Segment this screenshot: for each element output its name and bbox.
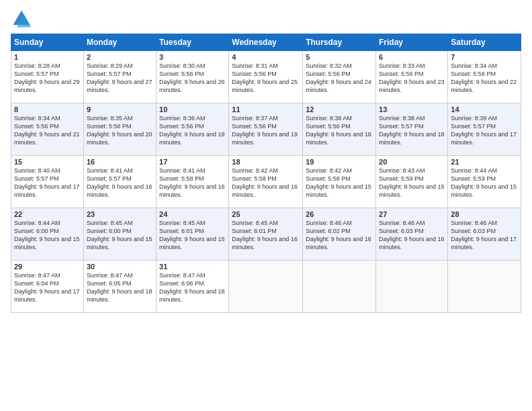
day-info: Sunrise: 8:40 AMSunset: 5:57 PMDaylight:… [14, 167, 80, 198]
day-info: Sunrise: 8:29 AMSunset: 5:57 PMDaylight:… [87, 62, 152, 93]
day-number: 5 [306, 53, 373, 61]
calendar-cell [376, 261, 448, 313]
calendar-cell: 16Sunrise: 8:41 AMSunset: 5:57 PMDayligh… [83, 156, 156, 208]
day-number: 19 [306, 158, 373, 166]
calendar-cell: 30Sunrise: 8:47 AMSunset: 6:05 PMDayligh… [83, 261, 156, 313]
day-info: Sunrise: 8:42 AMSunset: 5:58 PMDaylight:… [232, 167, 298, 198]
day-info: Sunrise: 8:42 AMSunset: 5:58 PMDaylight:… [306, 167, 371, 198]
page: SundayMondayTuesdayWednesdayThursdayFrid… [0, 0, 532, 411]
day-number: 26 [306, 210, 373, 218]
day-number: 24 [159, 210, 226, 218]
calendar-cell: 7Sunrise: 8:34 AMSunset: 5:56 PMDaylight… [448, 51, 521, 103]
calendar-cell: 25Sunrise: 8:45 AMSunset: 6:01 PMDayligh… [229, 208, 303, 261]
day-info: Sunrise: 8:47 AMSunset: 6:05 PMDaylight:… [87, 272, 152, 303]
calendar-cell: 10Sunrise: 8:36 AMSunset: 5:56 PMDayligh… [157, 103, 229, 156]
day-info: Sunrise: 8:38 AMSunset: 5:57 PMDaylight:… [379, 115, 445, 146]
day-info: Sunrise: 8:45 AMSunset: 6:00 PMDaylight:… [87, 220, 152, 250]
day-info: Sunrise: 8:30 AMSunset: 5:56 PMDaylight:… [159, 62, 225, 93]
calendar-cell: 4Sunrise: 8:31 AMSunset: 5:56 PMDaylight… [229, 51, 303, 103]
calendar-cell: 1Sunrise: 8:28 AMSunset: 5:57 PMDaylight… [11, 51, 84, 103]
day-number: 22 [14, 210, 81, 218]
day-number: 9 [87, 105, 153, 113]
calendar-cell: 17Sunrise: 8:41 AMSunset: 5:58 PMDayligh… [157, 156, 229, 208]
calendar-cell: 24Sunrise: 8:45 AMSunset: 6:01 PMDayligh… [157, 208, 229, 261]
calendar-cell: 31Sunrise: 8:47 AMSunset: 6:06 PMDayligh… [157, 261, 229, 313]
day-of-week-header: Saturday [448, 34, 521, 51]
day-info: Sunrise: 8:38 AMSunset: 5:56 PMDaylight:… [306, 115, 371, 146]
day-info: Sunrise: 8:37 AMSunset: 5:56 PMDaylight:… [232, 115, 298, 146]
day-info: Sunrise: 8:31 AMSunset: 5:56 PMDaylight:… [232, 62, 298, 93]
day-number: 2 [87, 53, 153, 61]
calendar-cell: 5Sunrise: 8:32 AMSunset: 5:56 PMDaylight… [303, 51, 376, 103]
day-number: 10 [159, 105, 226, 113]
day-number: 14 [451, 105, 518, 113]
calendar-cell [229, 261, 303, 313]
calendar-cell: 14Sunrise: 8:39 AMSunset: 5:57 PMDayligh… [448, 103, 521, 156]
calendar-cell: 2Sunrise: 8:29 AMSunset: 5:57 PMDaylight… [83, 51, 156, 103]
day-info: Sunrise: 8:36 AMSunset: 5:56 PMDaylight:… [159, 115, 225, 146]
calendar-cell: 8Sunrise: 8:34 AMSunset: 5:56 PMDaylight… [11, 103, 84, 156]
calendar-cell: 3Sunrise: 8:30 AMSunset: 5:56 PMDaylight… [157, 51, 229, 103]
calendar-cell: 18Sunrise: 8:42 AMSunset: 5:58 PMDayligh… [229, 156, 303, 208]
header [11, 8, 521, 30]
calendar-cell [448, 261, 521, 313]
day-info: Sunrise: 8:43 AMSunset: 5:59 PMDaylight:… [379, 167, 445, 198]
day-info: Sunrise: 8:44 AMSunset: 6:00 PMDaylight:… [14, 220, 80, 250]
day-info: Sunrise: 8:47 AMSunset: 6:06 PMDaylight:… [159, 272, 225, 303]
calendar-cell: 29Sunrise: 8:47 AMSunset: 6:04 PMDayligh… [11, 261, 84, 313]
calendar-cell: 23Sunrise: 8:45 AMSunset: 6:00 PMDayligh… [83, 208, 156, 261]
day-number: 16 [87, 158, 153, 166]
day-number: 27 [379, 210, 445, 218]
day-number: 13 [379, 105, 445, 113]
day-of-week-header: Sunday [11, 34, 84, 51]
calendar-cell: 13Sunrise: 8:38 AMSunset: 5:57 PMDayligh… [376, 103, 448, 156]
day-number: 20 [379, 158, 445, 166]
day-number: 15 [14, 158, 81, 166]
day-number: 1 [14, 53, 81, 61]
day-number: 23 [87, 210, 153, 218]
day-info: Sunrise: 8:45 AMSunset: 6:01 PMDaylight:… [232, 220, 298, 250]
calendar-cell: 11Sunrise: 8:37 AMSunset: 5:56 PMDayligh… [229, 103, 303, 156]
day-number: 3 [159, 53, 226, 61]
logo [11, 8, 35, 30]
day-info: Sunrise: 8:45 AMSunset: 6:01 PMDaylight:… [159, 220, 225, 250]
calendar-cell: 27Sunrise: 8:46 AMSunset: 6:03 PMDayligh… [376, 208, 448, 261]
day-number: 11 [232, 105, 300, 113]
day-number: 28 [451, 210, 518, 218]
day-of-week-header: Wednesday [229, 34, 303, 51]
day-info: Sunrise: 8:32 AMSunset: 5:56 PMDaylight:… [306, 62, 371, 93]
day-of-week-header: Tuesday [157, 34, 229, 51]
calendar-cell: 26Sunrise: 8:46 AMSunset: 6:02 PMDayligh… [303, 208, 376, 261]
day-number: 29 [14, 263, 81, 271]
logo-icon [11, 8, 32, 30]
calendar-table: SundayMondayTuesdayWednesdayThursdayFrid… [11, 34, 521, 313]
day-number: 31 [159, 263, 226, 271]
calendar-cell: 28Sunrise: 8:46 AMSunset: 6:03 PMDayligh… [448, 208, 521, 261]
day-info: Sunrise: 8:33 AMSunset: 5:56 PMDaylight:… [379, 62, 445, 93]
day-number: 7 [451, 53, 518, 61]
calendar-cell: 19Sunrise: 8:42 AMSunset: 5:58 PMDayligh… [303, 156, 376, 208]
day-info: Sunrise: 8:46 AMSunset: 6:03 PMDaylight:… [451, 220, 517, 250]
calendar-cell: 20Sunrise: 8:43 AMSunset: 5:59 PMDayligh… [376, 156, 448, 208]
day-number: 17 [159, 158, 226, 166]
day-number: 8 [14, 105, 81, 113]
day-info: Sunrise: 8:28 AMSunset: 5:57 PMDaylight:… [14, 62, 80, 93]
calendar-cell: 15Sunrise: 8:40 AMSunset: 5:57 PMDayligh… [11, 156, 84, 208]
calendar-cell: 6Sunrise: 8:33 AMSunset: 5:56 PMDaylight… [376, 51, 448, 103]
day-info: Sunrise: 8:34 AMSunset: 5:56 PMDaylight:… [14, 115, 80, 146]
day-of-week-header: Monday [83, 34, 156, 51]
day-info: Sunrise: 8:46 AMSunset: 6:02 PMDaylight:… [306, 220, 371, 250]
calendar-cell: 12Sunrise: 8:38 AMSunset: 5:56 PMDayligh… [303, 103, 376, 156]
day-number: 4 [232, 53, 300, 61]
day-info: Sunrise: 8:41 AMSunset: 5:57 PMDaylight:… [87, 167, 152, 198]
day-info: Sunrise: 8:39 AMSunset: 5:57 PMDaylight:… [451, 115, 517, 146]
day-number: 12 [306, 105, 373, 113]
day-number: 6 [379, 53, 445, 61]
day-number: 25 [232, 210, 300, 218]
day-info: Sunrise: 8:47 AMSunset: 6:04 PMDaylight:… [14, 272, 80, 303]
day-info: Sunrise: 8:46 AMSunset: 6:03 PMDaylight:… [379, 220, 445, 250]
calendar-cell: 22Sunrise: 8:44 AMSunset: 6:00 PMDayligh… [11, 208, 84, 261]
calendar-cell: 9Sunrise: 8:35 AMSunset: 5:56 PMDaylight… [83, 103, 156, 156]
day-number: 21 [451, 158, 518, 166]
day-of-week-header: Friday [376, 34, 448, 51]
